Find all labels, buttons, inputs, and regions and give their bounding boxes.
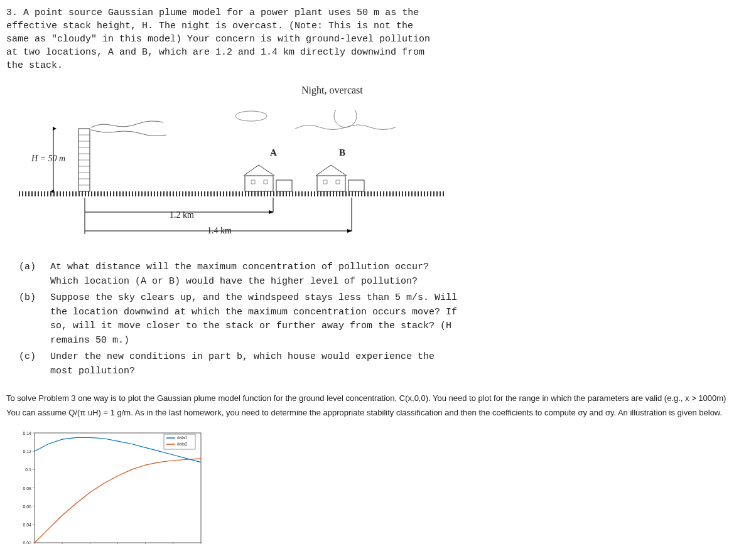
svg-rect-18 [348, 180, 364, 191]
svg-rect-15 [251, 180, 255, 184]
problem-text-body: A point source Gaussian plume model for … [6, 8, 430, 71]
house-a-label: A [270, 147, 277, 158]
diagram-illustration [19, 110, 446, 198]
svg-rect-14 [276, 180, 292, 191]
svg-point-11 [235, 111, 267, 121]
question-b: (b) Suppose the sky clears up, and the w… [19, 291, 458, 348]
ground-line [19, 191, 446, 196]
problem-statement: 3. A point source Gaussian plume model f… [6, 6, 433, 72]
solution-instructions: To solve Problem 3 one way is to plot th… [6, 391, 750, 420]
svg-rect-17 [317, 176, 345, 191]
distance-14km-label: 1.4 km [207, 226, 232, 236]
svg-text:data2: data2 [177, 442, 188, 446]
question-b-label: (b) [19, 291, 50, 348]
question-a: (a) At what distance will the maximum co… [19, 260, 458, 289]
house-b-label: B [339, 147, 345, 158]
night-overcast-label: Night, overcast [301, 85, 363, 96]
chart-svg: 0.020.040.060.080.10.120.148001000120014… [13, 430, 239, 544]
questions-list: (a) At what distance will the maximum co… [19, 260, 458, 378]
question-a-text: At what distance will the maximum concen… [50, 260, 458, 289]
svg-text:data1: data1 [177, 435, 188, 440]
plume-diagram: Night, overcast [19, 85, 458, 254]
svg-point-12 [334, 110, 357, 127]
svg-text:0.14: 0.14 [23, 431, 31, 435]
dimension-lines [19, 196, 446, 240]
svg-text:0.08: 0.08 [23, 486, 31, 490]
question-c: (c) Under the new conditions in part b, … [19, 350, 458, 378]
distance-12km-label: 1.2 km [170, 210, 194, 220]
svg-text:0.04: 0.04 [23, 523, 31, 527]
question-c-text: Under the new conditions in part b, whic… [50, 350, 458, 378]
svg-text:0.02: 0.02 [23, 541, 31, 544]
svg-text:0.12: 0.12 [23, 449, 31, 454]
svg-rect-19 [323, 180, 327, 184]
instruction-line-2: You can assume Q/(π uH) = 1 g/m. As in t… [6, 405, 750, 420]
question-a-label: (a) [19, 260, 50, 289]
svg-text:0.06: 0.06 [23, 504, 31, 508]
svg-text:0.1: 0.1 [25, 467, 31, 472]
svg-rect-13 [245, 176, 273, 191]
stack-height-label: H = 50 m [31, 154, 65, 164]
instruction-line-1: To solve Problem 3 one way is to plot th… [6, 391, 750, 405]
svg-rect-20 [336, 180, 340, 184]
problem-number: 3. [6, 8, 18, 18]
question-b-text: Suppose the sky clears up, and the winds… [50, 291, 458, 348]
illustration-chart: 0.020.040.060.080.10.120.148001000120014… [13, 430, 239, 544]
svg-rect-16 [264, 180, 267, 184]
question-c-label: (c) [19, 350, 50, 378]
